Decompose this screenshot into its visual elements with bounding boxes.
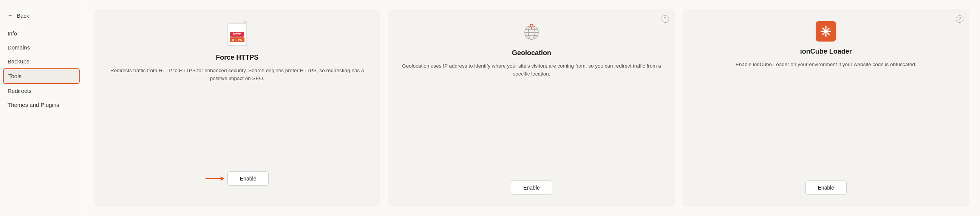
- ioncube-description: Enable ionCube Loader on your environmen…: [735, 61, 916, 172]
- sidebar-item-info[interactable]: Info: [0, 27, 83, 40]
- https-file-icon: HTTP HTTPS: [227, 21, 248, 46]
- ioncube-title: ionCube Loader: [800, 48, 852, 56]
- svg-point-14: [830, 30, 831, 32]
- sidebar-item-themes-plugins[interactable]: Themes and Plugins: [0, 98, 83, 112]
- globe-icon: [521, 21, 542, 41]
- svg-point-11: [825, 26, 827, 27]
- red-arrow-icon: [205, 176, 224, 181]
- sidebar-item-redirects[interactable]: Redirects: [0, 84, 83, 98]
- ioncube-icon: [816, 21, 836, 41]
- back-arrow-icon: ←: [8, 12, 14, 19]
- geolocation-title: Geolocation: [512, 49, 551, 57]
- geolocation-card: ? Geolocation Geolocation uses IP addres…: [388, 9, 675, 207]
- back-label: Back: [17, 13, 29, 19]
- ioncube-svg-icon: [820, 25, 832, 37]
- main-content: HTTP HTTPS Force HTTPS Redirects traffic…: [83, 0, 980, 216]
- back-button[interactable]: ← Back: [0, 9, 83, 27]
- geolocation-help-icon[interactable]: ?: [662, 15, 669, 23]
- ioncube-help-icon[interactable]: ?: [956, 15, 963, 23]
- geolocation-description: Geolocation uses IP address to identify …: [399, 62, 664, 172]
- sidebar-item-domains[interactable]: Domains: [0, 40, 83, 54]
- force-https-description: Redirects traffic from HTTP to HTTPS for…: [104, 67, 370, 162]
- http-label: HTTP: [230, 32, 245, 37]
- force-https-card: HTTP HTTPS Force HTTPS Redirects traffic…: [94, 9, 380, 207]
- sidebar-item-backups[interactable]: Backups: [0, 54, 83, 68]
- force-https-enable-button[interactable]: Enable: [228, 172, 269, 186]
- geolocation-enable-button[interactable]: Enable: [511, 181, 552, 195]
- force-https-title: Force HTTPS: [216, 54, 258, 62]
- svg-point-12: [825, 35, 827, 37]
- arrow-head: [221, 176, 224, 181]
- ioncube-enable-button[interactable]: Enable: [805, 181, 847, 195]
- arrow-line: [205, 178, 221, 179]
- ioncube-icon-area: [816, 21, 836, 41]
- geolocation-icon-area: [521, 21, 542, 43]
- force-https-arrow-container: Enable: [205, 172, 269, 186]
- svg-point-6: [530, 25, 532, 27]
- https-label: HTTPS: [230, 37, 245, 42]
- force-https-icon-area: HTTP HTTPS: [227, 21, 248, 48]
- sidebar-item-tools[interactable]: Tools: [3, 68, 80, 84]
- ioncube-card: ? ionCube Loader Enable ionCube Loader o: [682, 9, 969, 207]
- svg-point-13: [821, 30, 822, 32]
- file-labels: HTTP HTTPS: [228, 32, 247, 42]
- sidebar: ← Back Info Domains Backups Tools Redire…: [0, 0, 83, 216]
